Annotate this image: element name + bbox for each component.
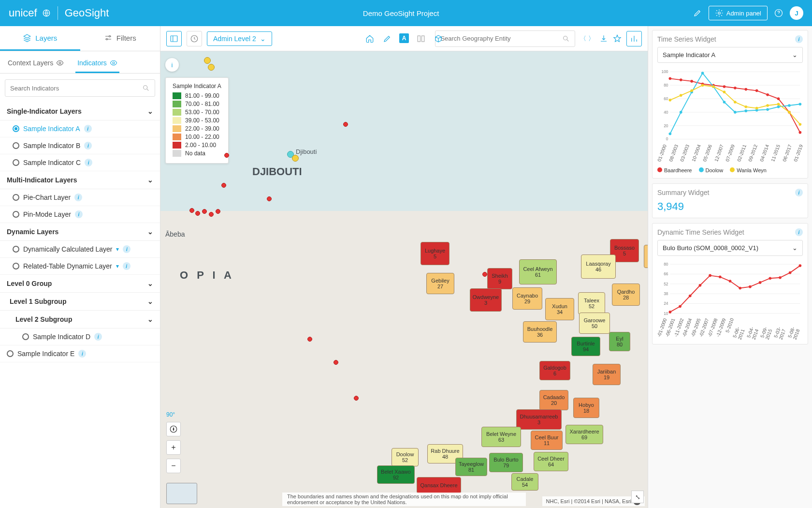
map-region[interactable]: Belet Weyne63 bbox=[481, 427, 521, 447]
measure-icon[interactable] bbox=[382, 33, 392, 44]
info-icon[interactable]: i bbox=[795, 189, 803, 196]
layer-sample-indicator-e[interactable]: Sample Indicator Ei bbox=[0, 345, 160, 362]
dts-selector[interactable]: Bulo Burto (SOM_0008_0002_V1)⌄ bbox=[657, 240, 803, 256]
info-icon[interactable]: i bbox=[123, 262, 130, 270]
map-canvas[interactable]: i Sample Indicator A 81.00 - 99.0070.00 … bbox=[160, 51, 648, 508]
map-region[interactable]: Cadaado20 bbox=[539, 390, 568, 410]
radio-icon bbox=[13, 194, 19, 201]
map-region[interactable]: Dhuusamarreeb3 bbox=[516, 409, 562, 430]
download-icon[interactable] bbox=[599, 34, 608, 43]
info-icon[interactable]: i bbox=[85, 159, 92, 166]
map-region[interactable]: Tayeeglow81 bbox=[455, 458, 487, 476]
compass-button[interactable] bbox=[166, 422, 181, 436]
info-icon[interactable]: i bbox=[123, 245, 130, 253]
map-region[interactable]: Gebiley27 bbox=[426, 273, 454, 294]
map-region[interactable]: Qardho28 bbox=[612, 284, 640, 306]
map-region[interactable]: Ceel Dheer64 bbox=[534, 452, 568, 471]
map-region[interactable]: Owdweyne3 bbox=[470, 288, 502, 312]
map-region[interactable]: Buuhoodle36 bbox=[523, 321, 557, 343]
map-region[interactable]: Cadale54 bbox=[511, 473, 538, 491]
eye-icon bbox=[56, 59, 64, 67]
admin-level-dropdown[interactable]: Admin Level 2⌄ bbox=[207, 31, 272, 46]
chevron-down-icon: ⌄ bbox=[792, 244, 798, 252]
layer-dynamic-calculated[interactable]: Dynamically Calculated Layer▾i bbox=[0, 241, 160, 258]
info-icon[interactable]: i bbox=[795, 228, 803, 236]
group-level-1[interactable]: Level 1 Subgroup⌄ bbox=[0, 293, 160, 311]
map-region[interactable]: Xudun34 bbox=[545, 298, 574, 320]
map-region[interactable]: Ceel Afweyn61 bbox=[519, 259, 557, 284]
layer-sample-indicator-a[interactable]: Sample Indicator Ai bbox=[0, 120, 160, 137]
indicator-search-input[interactable] bbox=[10, 85, 142, 92]
layer-sample-indicator-c[interactable]: Sample Indicator Ci bbox=[0, 154, 160, 171]
indicator-search[interactable] bbox=[5, 79, 155, 97]
zoom-in-button[interactable]: + bbox=[166, 440, 181, 455]
map-region[interactable]: Burtinle94 bbox=[571, 337, 600, 356]
home-icon[interactable] bbox=[364, 33, 375, 44]
subtab-indicators[interactable]: Indicators bbox=[75, 54, 119, 73]
map-region[interactable]: Sheikh9 bbox=[487, 268, 512, 289]
admin-panel-button[interactable]: Admin panel bbox=[709, 6, 768, 20]
layer-pie-chart[interactable]: Pie-Chart Layeri bbox=[0, 189, 160, 206]
tab-layers[interactable]: Layers bbox=[0, 26, 80, 51]
info-icon[interactable]: i bbox=[78, 350, 86, 358]
map-info-button[interactable]: i bbox=[165, 58, 179, 72]
label-toggle-icon[interactable]: A bbox=[399, 33, 409, 43]
map-region[interactable]: Iskushuban27 bbox=[644, 245, 648, 268]
map-region[interactable]: Ceel Buur11 bbox=[531, 431, 563, 450]
map-region[interactable]: Taleex52 bbox=[578, 292, 605, 314]
map-region[interactable]: Lughaye5 bbox=[420, 242, 450, 265]
info-icon[interactable]: i bbox=[795, 35, 803, 43]
ts-indicator-selector[interactable]: Sample Indicator A⌄ bbox=[657, 47, 803, 63]
collapse-widget-panel-button[interactable]: ⤡ bbox=[631, 491, 644, 503]
map-region[interactable]: Galdogob6 bbox=[539, 361, 570, 380]
nav-arrows-icon[interactable]: 〈 〉 bbox=[580, 34, 594, 43]
map-region[interactable]: Laasqoray46 bbox=[581, 254, 616, 279]
layer-sample-indicator-d[interactable]: Sample Indicator Di bbox=[0, 329, 160, 345]
layer-sample-indicator-b[interactable]: Sample Indicator Bi bbox=[0, 137, 160, 154]
map-region[interactable]: Bulo Burto79 bbox=[489, 453, 523, 472]
zoom-out-button[interactable]: − bbox=[166, 459, 181, 473]
edit-icon[interactable] bbox=[693, 9, 702, 17]
group-single-indicator[interactable]: Single-Indicator Layers⌄ bbox=[0, 103, 160, 120]
map-region[interactable]: Hobyo18 bbox=[573, 398, 599, 418]
minimap[interactable] bbox=[166, 483, 197, 504]
layer-pin-mode[interactable]: Pin-Mode Layeri bbox=[0, 206, 160, 223]
clock-button[interactable] bbox=[187, 31, 202, 46]
group-dynamic[interactable]: Dynamic Layers⌄ bbox=[0, 223, 160, 241]
layer-related-table[interactable]: Related-Table Dynamic Layer▾i bbox=[0, 258, 160, 275]
map-rotation-label[interactable]: 90° bbox=[166, 411, 181, 418]
filter-icon[interactable]: ▾ bbox=[116, 246, 119, 253]
map-region[interactable]: Belet Xaawo92 bbox=[377, 465, 415, 484]
svg-rect-11 bbox=[422, 36, 424, 42]
map-region[interactable]: Eyl80 bbox=[609, 332, 630, 351]
map-region[interactable]: Doolow52 bbox=[392, 448, 419, 466]
group-level-2[interactable]: Level 2 Subgroup⌄ bbox=[0, 311, 160, 329]
group-level-0[interactable]: Level 0 Group⌄ bbox=[0, 275, 160, 293]
geography-search-input[interactable] bbox=[440, 35, 562, 42]
subtab-context-layers[interactable]: Context Layers bbox=[6, 54, 66, 73]
widget-panel-toggle[interactable] bbox=[626, 31, 642, 46]
tab-filters-label: Filters bbox=[116, 34, 136, 42]
compare-icon[interactable] bbox=[416, 33, 426, 44]
map-region[interactable]: Xarardheere69 bbox=[566, 425, 603, 444]
bookmark-icon[interactable] bbox=[613, 34, 622, 43]
info-icon[interactable]: i bbox=[84, 125, 92, 133]
svg-point-39 bbox=[669, 133, 672, 135]
panel-toggle-button[interactable] bbox=[166, 31, 182, 46]
map-region[interactable]: Jariiban19 bbox=[593, 364, 621, 385]
user-avatar[interactable]: J bbox=[790, 6, 803, 20]
geography-search[interactable] bbox=[435, 30, 575, 47]
map-region[interactable]: Qansax Dheere bbox=[417, 477, 461, 493]
group-multi-indicator[interactable]: Multi-Indicator Layers⌄ bbox=[0, 171, 160, 189]
info-icon[interactable]: i bbox=[84, 142, 92, 149]
filter-icon[interactable]: ▾ bbox=[116, 263, 119, 269]
3d-icon[interactable] bbox=[433, 33, 444, 44]
info-icon[interactable]: i bbox=[75, 210, 83, 218]
tab-filters[interactable]: Filters bbox=[80, 26, 160, 51]
help-icon[interactable] bbox=[774, 9, 783, 17]
info-icon[interactable]: i bbox=[74, 194, 82, 201]
map-region[interactable]: Caynabo29 bbox=[512, 287, 542, 310]
info-icon[interactable]: i bbox=[94, 333, 102, 341]
map-region[interactable]: Garoowe50 bbox=[579, 313, 610, 334]
brand-unicef: unicef bbox=[9, 7, 37, 19]
